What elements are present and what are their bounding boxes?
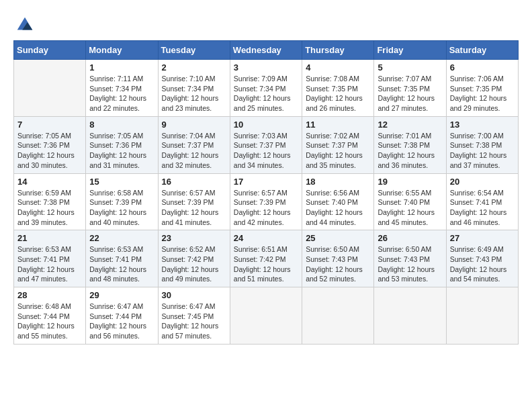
day-info: Sunrise: 6:49 AMSunset: 7:43 PMDaylight:… — [450, 244, 515, 284]
calendar-header-sunday: Sunday — [14, 41, 86, 60]
day-info: Sunrise: 6:50 AMSunset: 7:43 PMDaylight:… — [306, 244, 370, 284]
day-info: Sunrise: 7:06 AMSunset: 7:35 PMDaylight:… — [450, 74, 515, 113]
day-info: Sunrise: 7:10 AMSunset: 7:34 PMDaylight:… — [162, 74, 226, 113]
day-number: 5 — [378, 62, 442, 73]
calendar-cell — [446, 287, 518, 345]
day-info: Sunrise: 7:00 AMSunset: 7:38 PMDaylight:… — [450, 131, 515, 171]
calendar-cell: 23Sunrise: 6:52 AMSunset: 7:42 PMDayligh… — [158, 230, 230, 287]
day-info: Sunrise: 6:50 AMSunset: 7:43 PMDaylight:… — [378, 244, 442, 284]
day-info: Sunrise: 6:57 AMSunset: 7:39 PMDaylight:… — [234, 188, 298, 228]
calendar-cell: 19Sunrise: 6:55 AMSunset: 7:40 PMDayligh… — [374, 173, 446, 230]
day-number: 19 — [378, 177, 442, 187]
day-info: Sunrise: 7:01 AMSunset: 7:38 PMDaylight:… — [378, 131, 442, 171]
day-number: 10 — [234, 120, 298, 130]
day-number: 26 — [378, 233, 442, 243]
day-info: Sunrise: 6:57 AMSunset: 7:39 PMDaylight:… — [162, 188, 226, 228]
logo — [13, 13, 35, 34]
day-info: Sunrise: 6:47 AMSunset: 7:44 PMDaylight:… — [89, 302, 154, 341]
day-number: 12 — [378, 120, 442, 130]
day-number: 13 — [450, 120, 515, 130]
day-info: Sunrise: 6:55 AMSunset: 7:40 PMDaylight:… — [378, 188, 442, 228]
calendar-cell — [230, 287, 302, 345]
calendar-header-saturday: Saturday — [446, 41, 518, 60]
calendar-cell: 24Sunrise: 6:51 AMSunset: 7:42 PMDayligh… — [230, 230, 302, 287]
day-number: 24 — [234, 233, 298, 243]
day-info: Sunrise: 7:11 AMSunset: 7:34 PMDaylight:… — [89, 74, 154, 113]
day-number: 2 — [162, 62, 226, 73]
logo-icon — [15, 13, 35, 34]
calendar-cell: 15Sunrise: 6:58 AMSunset: 7:39 PMDayligh… — [86, 173, 158, 230]
calendar: SundayMondayTuesdayWednesdayThursdayFrid… — [13, 40, 519, 345]
calendar-header-row: SundayMondayTuesdayWednesdayThursdayFrid… — [14, 41, 519, 60]
day-number: 18 — [306, 177, 370, 187]
calendar-cell: 28Sunrise: 6:48 AMSunset: 7:44 PMDayligh… — [14, 287, 86, 345]
calendar-cell: 26Sunrise: 6:50 AMSunset: 7:43 PMDayligh… — [374, 230, 446, 287]
calendar-cell: 29Sunrise: 6:47 AMSunset: 7:44 PMDayligh… — [86, 287, 158, 345]
calendar-week-row: 1Sunrise: 7:11 AMSunset: 7:34 PMDaylight… — [14, 60, 519, 117]
day-number: 29 — [89, 290, 154, 300]
calendar-header-wednesday: Wednesday — [230, 41, 302, 60]
day-info: Sunrise: 6:53 AMSunset: 7:41 PMDaylight:… — [17, 244, 82, 284]
calendar-cell — [14, 60, 86, 117]
day-number: 7 — [17, 120, 82, 130]
header — [13, 13, 519, 34]
day-number: 23 — [162, 233, 226, 243]
calendar-week-row: 28Sunrise: 6:48 AMSunset: 7:44 PMDayligh… — [14, 287, 519, 345]
day-number: 11 — [306, 120, 370, 130]
calendar-cell: 6Sunrise: 7:06 AMSunset: 7:35 PMDaylight… — [446, 60, 518, 117]
day-info: Sunrise: 7:09 AMSunset: 7:34 PMDaylight:… — [234, 74, 298, 113]
calendar-cell: 16Sunrise: 6:57 AMSunset: 7:39 PMDayligh… — [158, 173, 230, 230]
day-number: 21 — [17, 233, 82, 243]
day-number: 22 — [89, 233, 154, 243]
day-number: 30 — [162, 290, 226, 300]
calendar-cell: 17Sunrise: 6:57 AMSunset: 7:39 PMDayligh… — [230, 173, 302, 230]
calendar-cell: 18Sunrise: 6:56 AMSunset: 7:40 PMDayligh… — [302, 173, 374, 230]
calendar-cell: 14Sunrise: 6:59 AMSunset: 7:38 PMDayligh… — [14, 173, 86, 230]
day-number: 17 — [234, 177, 298, 187]
day-info: Sunrise: 6:47 AMSunset: 7:45 PMDaylight:… — [162, 302, 226, 341]
day-info: Sunrise: 6:54 AMSunset: 7:41 PMDaylight:… — [450, 188, 515, 228]
calendar-header-monday: Monday — [86, 41, 158, 60]
day-number: 9 — [162, 120, 226, 130]
calendar-cell: 22Sunrise: 6:53 AMSunset: 7:41 PMDayligh… — [86, 230, 158, 287]
calendar-cell: 30Sunrise: 6:47 AMSunset: 7:45 PMDayligh… — [158, 287, 230, 345]
calendar-cell: 20Sunrise: 6:54 AMSunset: 7:41 PMDayligh… — [446, 173, 518, 230]
day-info: Sunrise: 6:53 AMSunset: 7:41 PMDaylight:… — [89, 244, 154, 284]
calendar-cell: 27Sunrise: 6:49 AMSunset: 7:43 PMDayligh… — [446, 230, 518, 287]
calendar-cell: 2Sunrise: 7:10 AMSunset: 7:34 PMDaylight… — [158, 60, 230, 117]
day-number: 1 — [89, 62, 154, 73]
day-number: 15 — [89, 177, 154, 187]
calendar-header-tuesday: Tuesday — [158, 41, 230, 60]
calendar-header-thursday: Thursday — [302, 41, 374, 60]
calendar-cell: 21Sunrise: 6:53 AMSunset: 7:41 PMDayligh… — [14, 230, 86, 287]
day-info: Sunrise: 7:04 AMSunset: 7:37 PMDaylight:… — [162, 131, 226, 171]
day-number: 20 — [450, 177, 515, 187]
day-info: Sunrise: 7:07 AMSunset: 7:35 PMDaylight:… — [378, 74, 442, 113]
calendar-header-friday: Friday — [374, 41, 446, 60]
calendar-cell: 25Sunrise: 6:50 AMSunset: 7:43 PMDayligh… — [302, 230, 374, 287]
calendar-week-row: 14Sunrise: 6:59 AMSunset: 7:38 PMDayligh… — [14, 173, 519, 230]
day-number: 28 — [17, 290, 82, 300]
day-info: Sunrise: 7:05 AMSunset: 7:36 PMDaylight:… — [17, 131, 82, 171]
calendar-week-row: 21Sunrise: 6:53 AMSunset: 7:41 PMDayligh… — [14, 230, 519, 287]
calendar-cell: 12Sunrise: 7:01 AMSunset: 7:38 PMDayligh… — [374, 116, 446, 173]
day-info: Sunrise: 6:59 AMSunset: 7:38 PMDaylight:… — [17, 188, 82, 228]
calendar-cell: 8Sunrise: 7:05 AMSunset: 7:36 PMDaylight… — [86, 116, 158, 173]
day-info: Sunrise: 7:05 AMSunset: 7:36 PMDaylight:… — [89, 131, 154, 171]
calendar-cell: 5Sunrise: 7:07 AMSunset: 7:35 PMDaylight… — [374, 60, 446, 117]
day-info: Sunrise: 6:52 AMSunset: 7:42 PMDaylight:… — [162, 244, 226, 284]
calendar-cell: 13Sunrise: 7:00 AMSunset: 7:38 PMDayligh… — [446, 116, 518, 173]
day-number: 8 — [89, 120, 154, 130]
day-info: Sunrise: 7:08 AMSunset: 7:35 PMDaylight:… — [306, 74, 370, 113]
day-info: Sunrise: 6:58 AMSunset: 7:39 PMDaylight:… — [89, 188, 154, 228]
calendar-cell: 11Sunrise: 7:02 AMSunset: 7:37 PMDayligh… — [302, 116, 374, 173]
day-info: Sunrise: 7:03 AMSunset: 7:37 PMDaylight:… — [234, 131, 298, 171]
day-number: 14 — [17, 177, 82, 187]
calendar-cell: 7Sunrise: 7:05 AMSunset: 7:36 PMDaylight… — [14, 116, 86, 173]
day-info: Sunrise: 6:56 AMSunset: 7:40 PMDaylight:… — [306, 188, 370, 228]
calendar-cell — [374, 287, 446, 345]
day-info: Sunrise: 7:02 AMSunset: 7:37 PMDaylight:… — [306, 131, 370, 171]
calendar-cell: 3Sunrise: 7:09 AMSunset: 7:34 PMDaylight… — [230, 60, 302, 117]
calendar-cell: 1Sunrise: 7:11 AMSunset: 7:34 PMDaylight… — [86, 60, 158, 117]
day-number: 3 — [234, 62, 298, 73]
